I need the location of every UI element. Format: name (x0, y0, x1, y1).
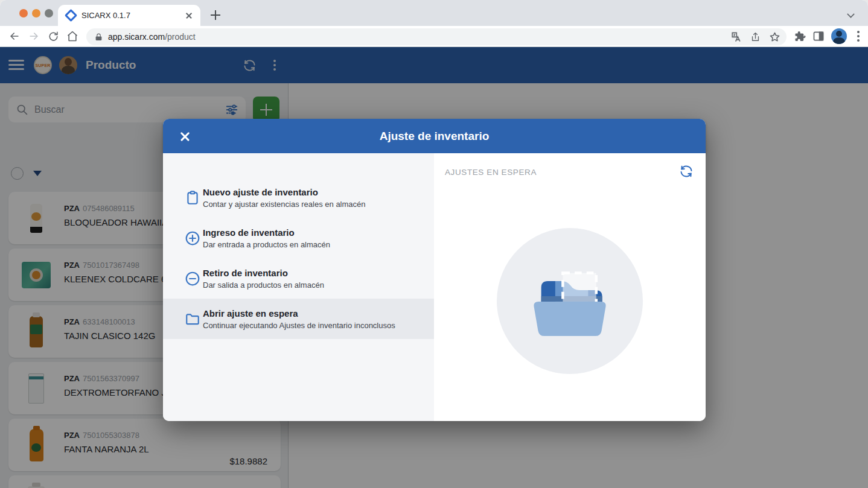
forward-button[interactable] (27, 29, 41, 43)
browser-toolbar: app.sicarx.com/product (0, 26, 868, 47)
back-button[interactable] (7, 29, 22, 43)
menu-item-subtitle: Continuar ejecutando Ajustes de inventar… (203, 321, 395, 330)
folder-icon (185, 311, 200, 327)
translate-icon[interactable] (730, 31, 742, 43)
window-minimize-button[interactable] (32, 9, 40, 17)
refresh-pending-icon[interactable] (679, 164, 694, 179)
menu-item-open-pending-adjustment[interactable]: Abrir ajuste en espera Continuar ejecuta… (163, 299, 434, 339)
tab-close-icon[interactable] (183, 10, 194, 21)
browser-window: SICARX 0.1.7 app.sicarx.com/product (0, 0, 868, 488)
menu-item-inventory-entry[interactable]: Ingreso de inventario Dar entrada a prod… (163, 218, 434, 258)
menu-item-title: Ingreso de inventario (203, 227, 330, 238)
inventory-adjust-modal: Ajuste de inventario Nuevo ajuste de inv… (163, 119, 706, 421)
pending-adjustments-panel: AJUSTES EN ESPERA (434, 153, 706, 421)
url-text: app.sicarx.com/product (108, 32, 196, 42)
clipboard-icon (185, 190, 200, 206)
tab-search-chevron-icon[interactable] (847, 10, 855, 17)
url-path: /product (165, 32, 196, 42)
sicarx-favicon-icon (65, 9, 77, 22)
window-zoom-button[interactable] (45, 9, 53, 17)
browser-profile-avatar[interactable] (831, 28, 847, 44)
extensions-puzzle-icon[interactable] (794, 30, 806, 42)
menu-item-new-adjustment[interactable]: Nuevo ajuste de inventario Contar y ajus… (163, 177, 434, 218)
menu-item-inventory-withdrawal[interactable]: Retiro de inventario Dar salida a produc… (163, 258, 434, 299)
adjustment-menu: Nuevo ajuste de inventario Contar y ajus… (163, 153, 434, 421)
pending-adjustments-header: AJUSTES EN ESPERA (445, 168, 537, 177)
menu-item-title: Retiro de inventario (203, 268, 324, 278)
tab-strip: SICARX 0.1.7 (0, 0, 868, 26)
share-icon[interactable] (750, 31, 761, 43)
menu-item-title: Nuevo ajuste de inventario (203, 187, 366, 197)
modal-header: Ajuste de inventario (163, 119, 706, 153)
window-close-button[interactable] (19, 9, 28, 17)
url-host: app.sicarx.com (108, 32, 165, 42)
empty-state-illustration (497, 228, 643, 374)
browser-menu-kebab-icon[interactable] (857, 31, 860, 42)
lock-icon (95, 33, 103, 42)
minus-circle-icon (185, 271, 200, 287)
new-tab-button[interactable] (208, 7, 223, 23)
menu-item-subtitle: Contar y ajustar existencias reales en a… (203, 200, 366, 209)
modal-title: Ajuste de inventario (163, 130, 706, 143)
reload-button[interactable] (46, 29, 60, 43)
menu-item-subtitle: Dar entrada a productos en almacén (203, 240, 330, 249)
address-bar[interactable]: app.sicarx.com/product (86, 28, 787, 45)
bookmark-star-icon[interactable] (769, 31, 780, 43)
page-viewport: SUPER Producto (0, 47, 868, 488)
menu-item-subtitle: Dar salida a productos en almacén (203, 280, 324, 290)
menu-item-title: Abrir ajuste en espera (203, 308, 395, 318)
browser-tab[interactable]: SICARX 0.1.7 (58, 5, 200, 26)
tab-title: SICARX 0.1.7 (81, 11, 183, 20)
side-panel-icon[interactable] (812, 30, 825, 42)
plus-circle-icon (185, 230, 200, 246)
close-icon[interactable] (179, 130, 191, 142)
open-folder-illustration-icon (524, 255, 616, 347)
home-button[interactable] (65, 29, 80, 43)
